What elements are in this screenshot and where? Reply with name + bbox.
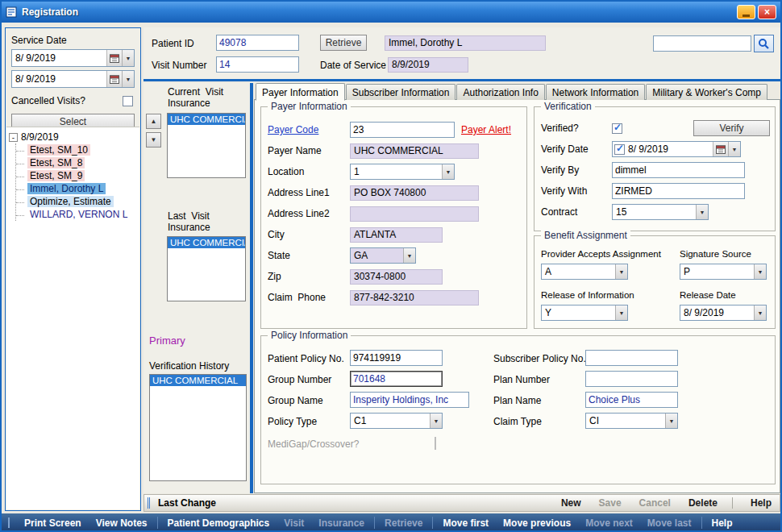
print-screen-button[interactable]: Print Screen: [17, 517, 89, 529]
chevron-down-icon[interactable]: ▼: [696, 205, 708, 219]
chevron-down-icon[interactable]: ▼: [754, 264, 766, 279]
plan-number-label: Plan Number: [493, 374, 550, 385]
list-item[interactable]: UHC COMMERCIAL: [150, 375, 246, 386]
search-button[interactable]: [754, 35, 774, 52]
app-icon: [6, 6, 17, 18]
chevron-down-icon[interactable]: ▼: [615, 264, 627, 279]
group-number-input[interactable]: [350, 371, 443, 387]
delete-button[interactable]: Delete: [688, 497, 718, 509]
help-toolbar-button[interactable]: Help: [705, 517, 740, 529]
payer-alert-link[interactable]: Payer Alert!: [461, 124, 511, 135]
medigap-crossover-checkbox[interactable]: [435, 437, 436, 450]
last-insurance-list[interactable]: UHC COMMERCIAL: [167, 236, 246, 301]
chevron-down-icon[interactable]: ▼: [122, 50, 134, 66]
tab-payer-information[interactable]: Payer Information: [256, 83, 345, 101]
verified-checkbox[interactable]: [612, 123, 622, 134]
verify-button[interactable]: Verify: [693, 120, 770, 136]
visit-number-label: Visit Number: [152, 60, 206, 71]
patient-demographics-button[interactable]: Patient Demographics: [160, 517, 277, 529]
minimize-button[interactable]: [737, 5, 755, 19]
payer-code-input[interactable]: [350, 122, 455, 138]
tree-item-patient[interactable]: WILLARD, VERNON L: [16, 208, 137, 221]
tree-item-patient[interactable]: Optimize, Estimate: [16, 195, 137, 208]
service-date-start-picker[interactable]: 8/ 9/2019 ▼: [11, 49, 135, 67]
service-date-end-picker[interactable]: 8/ 9/2019 ▼: [11, 70, 135, 88]
plan-name-input[interactable]: [585, 392, 678, 408]
tab-authorization-info[interactable]: Authorization Info: [456, 84, 544, 100]
status-bar: Last Change New Save Cancel Delete Help: [144, 494, 780, 512]
move-previous-button[interactable]: Move previous: [496, 517, 578, 529]
chevron-down-icon[interactable]: ▼: [122, 71, 134, 87]
minimize-icon: [742, 15, 750, 17]
address-line2-display: [350, 206, 479, 222]
location-label: Location: [268, 166, 350, 177]
tree-item-patient[interactable]: Etest, SM_8: [16, 156, 137, 169]
move-next-button[interactable]: Move next: [578, 517, 640, 529]
verify-date-picker[interactable]: 8/ 9/2019 ▼: [612, 141, 741, 157]
date-of-service-label: Date of Service: [320, 60, 386, 71]
verification-history-list[interactable]: UHC COMMERCIAL: [149, 374, 247, 481]
chevron-down-icon[interactable]: ▼: [665, 414, 677, 428]
collapse-icon[interactable]: -: [9, 133, 18, 142]
chevron-down-icon[interactable]: ▼: [728, 142, 740, 156]
calendar-icon[interactable]: [713, 142, 728, 156]
tab-subscriber-information[interactable]: Subscriber Information: [346, 84, 456, 100]
insurance-button[interactable]: Insurance: [311, 517, 372, 529]
calendar-icon[interactable]: [106, 50, 122, 66]
subscriber-policy-no-input[interactable]: [585, 350, 678, 366]
save-button[interactable]: Save: [599, 497, 622, 509]
help-button[interactable]: Help: [751, 497, 772, 509]
verify-by-input[interactable]: [612, 162, 745, 178]
patient-id-input[interactable]: [216, 35, 299, 51]
tab-military-workers-comp[interactable]: Military & Worker's Comp: [646, 84, 767, 100]
policy-type-select[interactable]: C1 ▼: [350, 413, 443, 429]
view-notes-button[interactable]: View Notes: [89, 517, 155, 529]
move-first-button[interactable]: Move first: [435, 517, 496, 529]
zip-label: Zip: [268, 271, 350, 282]
tree-item-patient[interactable]: Etest, SM_9: [16, 169, 137, 182]
group-name-input[interactable]: [350, 392, 469, 408]
chevron-down-icon[interactable]: ▼: [403, 248, 415, 263]
visit-number-input[interactable]: [216, 56, 299, 73]
retrieve-button[interactable]: Retrieve: [320, 35, 367, 51]
visit-button[interactable]: Visit: [277, 517, 311, 529]
chevron-down-icon[interactable]: ▼: [430, 414, 442, 428]
location-select[interactable]: 1 ▼: [350, 164, 455, 180]
calendar-icon[interactable]: [106, 71, 122, 87]
tree-item-patient[interactable]: Etest, SM_10: [16, 143, 137, 156]
search-input[interactable]: [653, 35, 751, 52]
current-insurance-list[interactable]: UHC COMMERCIAL: [167, 113, 246, 178]
move-down-button[interactable]: ▼: [146, 132, 161, 148]
list-item[interactable]: UHC COMMERCIAL: [168, 237, 245, 248]
move-last-button[interactable]: Move last: [640, 517, 699, 529]
new-button[interactable]: New: [561, 497, 581, 509]
list-item[interactable]: UHC COMMERCIAL: [168, 114, 245, 125]
patient-policy-no-input[interactable]: [350, 350, 443, 366]
verify-date-checkbox[interactable]: [614, 144, 625, 155]
tree-root-node[interactable]: - 8/9/2019: [9, 131, 137, 143]
plan-number-input[interactable]: [585, 371, 678, 387]
release-of-information-label: Release of Information: [541, 290, 634, 300]
signature-source-select[interactable]: P ▼: [680, 264, 767, 280]
tab-network-information[interactable]: Network Information: [546, 84, 645, 100]
claim-type-select[interactable]: CI ▼: [585, 413, 678, 429]
tree-item-patient-selected[interactable]: Immel, Dorothy L: [16, 182, 137, 195]
verify-with-input[interactable]: [612, 183, 745, 199]
verification-group: Verification Verified? Verify Verify Dat…: [534, 106, 776, 231]
close-button[interactable]: ×: [758, 5, 776, 19]
retrieve-toolbar-button[interactable]: Retrieve: [377, 517, 430, 529]
chevron-down-icon[interactable]: ▼: [442, 164, 454, 179]
provider-accepts-assignment-select[interactable]: A ▼: [541, 264, 628, 280]
move-up-button[interactable]: ▲: [146, 114, 161, 129]
payer-code-link[interactable]: Payer Code: [268, 124, 318, 135]
release-date-picker[interactable]: 8/ 9/2019 ▼: [680, 305, 767, 321]
cancel-button[interactable]: Cancel: [639, 497, 671, 509]
state-label: State: [268, 250, 350, 261]
chevron-down-icon[interactable]: ▼: [754, 305, 766, 320]
contract-select[interactable]: 15 ▼: [612, 204, 709, 220]
state-select[interactable]: GA ▼: [350, 247, 416, 264]
cancelled-visits-checkbox[interactable]: [123, 96, 133, 106]
release-of-information-select[interactable]: Y ▼: [541, 305, 628, 321]
chevron-down-icon[interactable]: ▼: [615, 305, 627, 320]
service-date-end-value: 8/ 9/2019: [12, 73, 106, 85]
